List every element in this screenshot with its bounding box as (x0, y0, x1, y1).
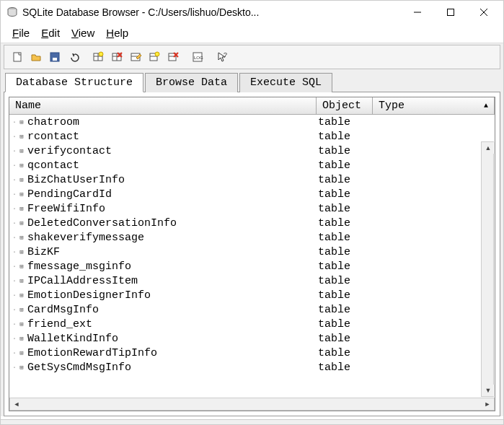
cell-object: table (317, 362, 373, 374)
table-header: Name Object Type▲ (9, 97, 495, 115)
table-row[interactable]: ·⊞fmessage_msginfotable (9, 259, 495, 273)
table-row[interactable]: ·⊞PendingCardIdtable (9, 187, 495, 201)
cell-object: table (317, 131, 373, 143)
table-row[interactable]: ·⊞DeletedConversationInfotable (9, 216, 495, 230)
cell-object: table (317, 159, 373, 172)
cell-object: table (317, 289, 373, 302)
toolbar-area: LOG ? Database Structure Browse Data Exe… (1, 43, 503, 416)
expand-icon[interactable]: ⊞ (17, 190, 26, 198)
cell-name: ·⊞rcontact (9, 131, 317, 143)
tab-structure[interactable]: Database Structure (5, 73, 143, 92)
cell-name: ·⊞verifycontact (9, 145, 317, 157)
col-object[interactable]: Object (317, 97, 373, 114)
window-title: SQLite Database Browser - C:/Users/lishu… (22, 6, 401, 18)
cell-name: ·⊞fmessage_msginfo (9, 260, 317, 273)
maximize-button[interactable] (434, 1, 467, 23)
table-row[interactable]: ·⊞chatroomtable (9, 115, 495, 129)
expand-icon[interactable]: ⊞ (17, 276, 26, 285)
row-name: CardMsgInfo (27, 304, 99, 316)
expand-icon[interactable]: ⊞ (17, 175, 26, 184)
cell-name: ·⊞EmotionDesignerInfo (9, 289, 317, 302)
delete-index-icon[interactable] (164, 48, 182, 66)
cell-name: ·⊞chatroom (9, 116, 317, 128)
row-name: chatroom (27, 116, 79, 128)
expand-icon[interactable]: ⊞ (17, 262, 26, 271)
create-table-icon[interactable] (89, 48, 107, 66)
table-row[interactable]: ·⊞EmotionDesignerInfotable (9, 288, 495, 302)
row-name: IPCallAddressItem (27, 275, 138, 287)
menubar: File Edit View Help (1, 24, 503, 43)
scroll-right-icon[interactable]: ► (481, 398, 494, 410)
cell-name: ·⊞EmotionRewardTipInfo (9, 347, 317, 359)
row-name: PendingCardId (27, 188, 112, 201)
table-row[interactable]: ·⊞IPCallAddressItemtable (9, 273, 495, 288)
expand-icon[interactable]: ⊞ (17, 320, 26, 328)
cell-name: ·⊞qcontact (9, 159, 317, 172)
table-row[interactable]: ·⊞rcontacttable (9, 129, 495, 144)
expand-icon[interactable]: ⊞ (17, 146, 26, 155)
table-row[interactable]: ·⊞shakeverifymessagetable (9, 230, 495, 245)
table-row[interactable]: ·⊞FreeWifiInfotable (9, 201, 495, 216)
table-row[interactable]: ·⊞GetSysCmdMsgInfotable (9, 360, 495, 374)
table-row[interactable]: ·⊞BizChatUserInfotable (9, 172, 495, 187)
undo-icon[interactable] (65, 48, 82, 66)
table-row[interactable]: ·⊞EmotionRewardTipInfotable (9, 346, 495, 360)
log-icon[interactable]: LOG (189, 48, 206, 66)
modify-table-icon[interactable] (127, 48, 144, 66)
scroll-up-icon[interactable]: ▲ (482, 142, 495, 154)
expand-icon[interactable]: ⊞ (17, 349, 26, 357)
tab-browse[interactable]: Browse Data (145, 73, 238, 92)
col-type[interactable]: Type▲ (373, 97, 495, 114)
minimize-button[interactable] (401, 1, 434, 23)
h-scroll-track[interactable] (23, 398, 481, 410)
close-button[interactable] (467, 1, 500, 23)
cell-object: table (317, 275, 373, 287)
cell-object: table (317, 145, 373, 157)
table-body: ·⊞chatroomtable·⊞rcontacttable·⊞verifyco… (9, 115, 495, 398)
create-index-icon[interactable] (146, 48, 163, 66)
row-name: GetSysCmdMsgInfo (27, 362, 131, 374)
help-cursor-icon[interactable]: ? (213, 48, 231, 66)
svg-rect-2 (448, 9, 454, 16)
svg-point-21 (155, 52, 159, 56)
cell-object: table (317, 116, 373, 128)
cell-object: table (317, 260, 373, 273)
table-row[interactable]: ·⊞friend_exttable (9, 317, 495, 331)
expand-icon[interactable]: ⊞ (17, 233, 26, 242)
table-row[interactable]: ·⊞WalletKindInfotable (9, 331, 495, 346)
col-name[interactable]: Name (9, 97, 317, 114)
scroll-down-icon[interactable]: ▼ (482, 385, 495, 396)
expand-icon[interactable]: ⊞ (17, 161, 26, 170)
expand-icon[interactable]: ⊞ (17, 291, 26, 299)
expand-icon[interactable]: ⊞ (17, 334, 26, 343)
table-row[interactable]: ·⊞qcontacttable (9, 158, 495, 172)
expand-icon[interactable]: ⊞ (17, 118, 26, 126)
menu-file[interactable]: File (6, 25, 35, 40)
row-name: BizChatUserInfo (27, 174, 125, 186)
save-icon[interactable] (46, 48, 63, 66)
cell-object: table (317, 217, 373, 229)
cell-name: ·⊞WalletKindInfo (9, 333, 317, 345)
new-file-icon[interactable] (9, 48, 26, 66)
expand-icon[interactable]: ⊞ (17, 132, 26, 141)
expand-icon[interactable]: ⊞ (17, 363, 26, 372)
table-row[interactable]: ·⊞BizKFtable (9, 245, 495, 259)
cell-name: ·⊞DeletedConversationInfo (9, 217, 317, 229)
open-file-icon[interactable] (27, 48, 45, 66)
expand-icon[interactable]: ⊞ (17, 219, 26, 227)
svg-point-11 (99, 52, 103, 56)
expand-icon[interactable]: ⊞ (17, 204, 26, 213)
h-scrollbar[interactable]: ◄ ► (9, 398, 495, 411)
tab-sql[interactable]: Execute SQL (239, 73, 332, 92)
table-row[interactable]: ·⊞verifycontacttable (9, 144, 495, 158)
menu-help[interactable]: Help (100, 25, 134, 40)
scroll-left-icon[interactable]: ◄ (10, 398, 23, 410)
menu-edit[interactable]: Edit (35, 25, 66, 40)
delete-table-icon[interactable] (108, 48, 125, 66)
expand-icon[interactable]: ⊞ (17, 305, 26, 314)
menu-view[interactable]: View (66, 25, 100, 40)
table-row[interactable]: ·⊞CardMsgInfotable (9, 302, 495, 317)
row-name: friend_ext (27, 318, 92, 330)
expand-icon[interactable]: ⊞ (17, 247, 26, 256)
v-scrollbar[interactable]: ▲ ▼ (481, 141, 494, 397)
